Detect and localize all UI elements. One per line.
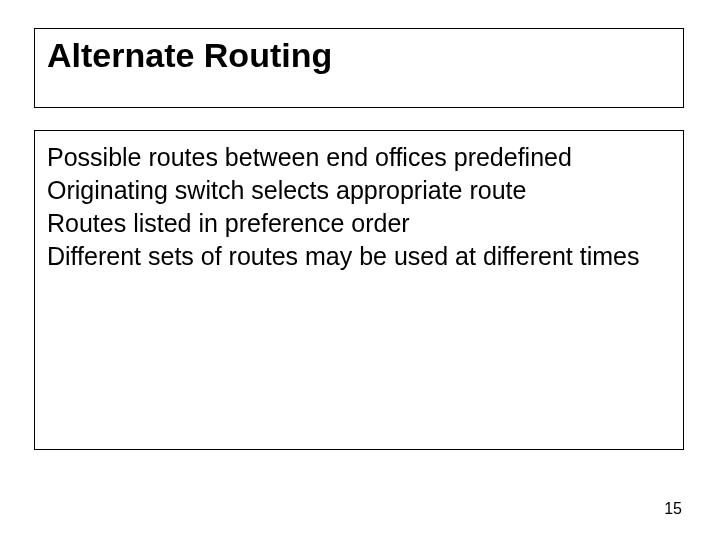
title-box: Alternate Routing [34, 28, 684, 108]
page-number: 15 [664, 500, 682, 518]
bullet-item: Different sets of routes may be used at … [47, 240, 671, 273]
bullet-item: Originating switch selects appropriate r… [47, 174, 671, 207]
bullet-item: Routes listed in preference order [47, 207, 671, 240]
slide-title: Alternate Routing [47, 37, 671, 74]
body-box: Possible routes between end offices pred… [34, 130, 684, 450]
bullet-item: Possible routes between end offices pred… [47, 141, 671, 174]
slide: Alternate Routing Possible routes betwee… [0, 0, 720, 540]
